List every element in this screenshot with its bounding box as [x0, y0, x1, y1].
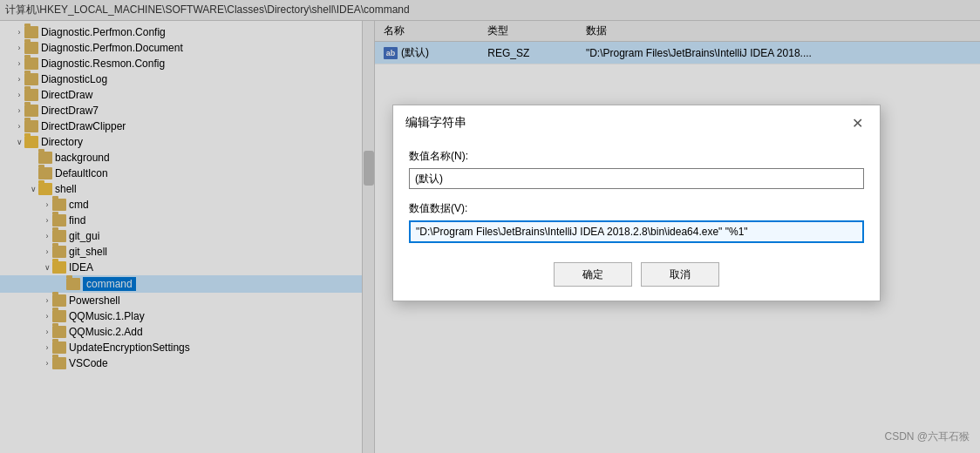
- dialog-body: 数值名称(N): 数值数据(V): 确定 取消: [393, 139, 880, 301]
- name-input[interactable]: [409, 168, 864, 189]
- ok-button[interactable]: 确定: [554, 262, 632, 287]
- dialog-buttons: 确定 取消: [409, 262, 864, 287]
- edit-string-dialog: 编辑字符串 ✕ 数值名称(N): 数值数据(V): 确定 取消: [392, 105, 881, 301]
- dialog-title: 编辑字符串: [405, 115, 466, 131]
- data-label: 数值数据(V):: [409, 201, 864, 216]
- dialog-titlebar: 编辑字符串 ✕: [393, 105, 880, 139]
- cancel-button[interactable]: 取消: [641, 262, 719, 287]
- name-label: 数值名称(N):: [409, 149, 864, 164]
- dialog-close-button[interactable]: ✕: [847, 112, 868, 133]
- modal-overlay: 编辑字符串 ✕ 数值名称(N): 数值数据(V): 确定 取消: [0, 0, 980, 453]
- data-input[interactable]: [409, 220, 864, 243]
